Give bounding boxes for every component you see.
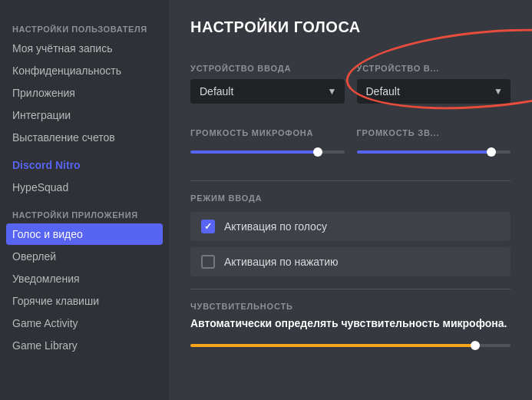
voice-activation-option[interactable]: ✓ Активация по голосу — [190, 212, 511, 241]
sidebar-item-integrations[interactable]: Интеграции — [6, 104, 163, 126]
speaker-volume-label: ГРОМКОСТЬ ЗВ... — [357, 128, 511, 137]
sidebar-item-apps[interactable]: Приложения — [6, 82, 163, 104]
input-device-select[interactable]: Default — [190, 79, 345, 104]
sidebar-item-notifications[interactable]: Уведомления — [6, 268, 163, 289]
sidebar-item-nitro[interactable]: Discord Nitro — [6, 154, 163, 176]
page-title: НАСТРОЙКИ ГОЛОСА — [190, 18, 511, 36]
sensitivity-description: Автоматически определять чувствительност… — [190, 317, 511, 329]
sensitivity-label: ЧУВСТВИТЕЛЬНОСТЬ — [190, 302, 511, 311]
sidebar-item-overlay[interactable]: Оверлей — [6, 246, 163, 267]
input-device-col: УСТРОЙСТВО ВВОДА Default ▼ — [190, 51, 345, 104]
output-device-col: УСТРОЙСТВО В... Default ▼ — [357, 51, 511, 104]
sidebar-section-user: НАСТРОЙКИ ПОЛЬЗОВАТЕЛЯ — [6, 18, 163, 37]
device-row: УСТРОЙСТВО ВВОДА Default ▼ УСТРОЙСТВО В.… — [190, 51, 511, 104]
push-to-talk-option[interactable]: Активация по нажатию — [190, 247, 511, 276]
speaker-volume-col: ГРОМКОСТЬ ЗВ... — [357, 116, 511, 168]
push-to-talk-checkbox[interactable] — [201, 255, 215, 269]
mic-volume-col: ГРОМКОСТЬ МИКРОФОНА — [190, 116, 345, 168]
input-device-select-wrapper: Default ▼ — [190, 79, 345, 104]
mic-volume-label: ГРОМКОСТЬ МИКРОФОНА — [190, 128, 345, 137]
sidebar-item-billing[interactable]: Выставление счетов — [6, 127, 163, 148]
input-mode-label: РЕЖИМ ВВОДА — [190, 193, 511, 203]
sidebar-item-gamelibrary[interactable]: Game Library — [6, 335, 163, 356]
volume-row: ГРОМКОСТЬ МИКРОФОНА ГРОМКОСТЬ ЗВ... — [190, 116, 511, 168]
voice-activation-label: Активация по голосу — [224, 220, 327, 233]
mic-volume-slider[interactable] — [190, 150, 345, 154]
output-device-label: УСТРОЙСТВО В... — [357, 64, 511, 73]
sidebar-item-hotkeys[interactable]: Горячие клавиши — [6, 290, 163, 312]
sidebar-item-account[interactable]: Моя учётная запись — [6, 38, 163, 59]
sidebar-item-gameactivity[interactable]: Game Activity — [6, 312, 163, 334]
divider-2 — [190, 289, 511, 289]
sidebar-item-voice[interactable]: Голос и видео — [6, 223, 163, 245]
speaker-volume-slider-container — [357, 144, 511, 156]
divider-1 — [190, 180, 511, 181]
output-device-select-wrapper: Default ▼ — [357, 79, 511, 104]
output-device-select[interactable]: Default — [357, 79, 511, 104]
sensitivity-slider[interactable] — [190, 344, 511, 347]
sidebar-item-hypesquad[interactable]: HypeSquad — [6, 177, 163, 198]
sensitivity-slider-container — [190, 337, 511, 349]
sidebar-item-privacy[interactable]: Конфиденциальность — [6, 60, 163, 81]
speaker-volume-slider[interactable] — [357, 150, 511, 154]
main-content: НАСТРОЙКИ ГОЛОСА УСТРОЙСТВО ВВОДА Defaul… — [169, 0, 532, 400]
checkmark-icon: ✓ — [204, 221, 212, 232]
voice-activation-checkbox[interactable]: ✓ — [201, 220, 215, 233]
mic-volume-slider-container — [190, 144, 345, 156]
input-device-label: УСТРОЙСТВО ВВОДА — [190, 64, 345, 73]
push-to-talk-label: Активация по нажатию — [224, 256, 339, 268]
sidebar-section-app: НАСТРОЙКИ ПРИЛОЖЕНИЯ — [6, 204, 163, 223]
sidebar: НАСТРОЙКИ ПОЛЬЗОВАТЕЛЯ Моя учётная запис… — [0, 0, 169, 400]
